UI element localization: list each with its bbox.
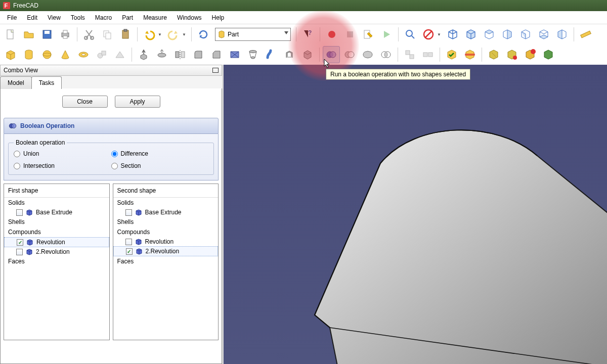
view-left-button[interactable] <box>553 26 571 43</box>
mirror-button[interactable] <box>171 46 189 63</box>
save-button[interactable] <box>38 26 56 43</box>
macro-play-button[interactable] <box>378 26 395 43</box>
convert-to-solid-button[interactable] <box>540 46 557 63</box>
undo-button[interactable] <box>141 26 158 43</box>
workbench-selector[interactable]: Part <box>215 28 291 41</box>
loft-button[interactable] <box>244 46 262 63</box>
checkbox[interactable] <box>16 209 23 216</box>
checkbox[interactable] <box>125 239 132 245</box>
export-button[interactable] <box>503 46 521 63</box>
list-item[interactable]: Revolution <box>4 237 109 247</box>
view-iso-button[interactable] <box>444 26 461 43</box>
checkbox[interactable] <box>126 248 133 255</box>
apply-button[interactable]: Apply <box>115 96 160 108</box>
draw-style-button[interactable] <box>420 26 437 43</box>
check-geometry-button[interactable] <box>443 46 460 63</box>
close-button[interactable]: Close <box>62 96 108 108</box>
app-title: FreeCAD <box>13 2 38 9</box>
part-builder-button[interactable] <box>111 46 128 63</box>
view-bottom-button[interactable] <box>535 26 552 43</box>
refresh-button[interactable] <box>195 26 212 43</box>
print-button[interactable] <box>57 26 74 43</box>
view-front-button[interactable] <box>462 26 480 43</box>
menu-windows[interactable]: Windows <box>172 12 207 23</box>
union-bool-button[interactable] <box>359 46 376 63</box>
new-doc-button[interactable] <box>2 26 19 43</box>
toolbar-row-2: Run a boolean operation with two shapes … <box>0 44 607 65</box>
view-rear-button[interactable] <box>517 26 534 43</box>
compound-make-button[interactable] <box>401 46 418 63</box>
macro-record-button[interactable] <box>323 26 340 43</box>
redo-dropdown[interactable]: ▼ <box>183 26 188 43</box>
import-button[interactable] <box>485 46 502 63</box>
menu-view[interactable]: View <box>42 12 66 23</box>
part-torus-button[interactable] <box>75 46 92 63</box>
redo-button[interactable] <box>165 26 182 43</box>
part-cone-button[interactable] <box>57 46 74 63</box>
list-item[interactable]: Base Extrude <box>4 208 109 217</box>
3d-viewport[interactable] <box>224 65 607 364</box>
first-shape-list[interactable]: First shape Solids Base Extrude Shells C… <box>4 184 110 340</box>
intersect-bool-button[interactable] <box>377 46 395 63</box>
view-right-button[interactable] <box>499 26 516 43</box>
menu-file[interactable]: File <box>2 12 22 23</box>
menu-measure[interactable]: Measure <box>138 12 172 23</box>
cut-bool-button[interactable] <box>341 46 358 63</box>
compound-split-button[interactable] <box>419 46 437 63</box>
undo-dropdown[interactable]: ▼ <box>159 26 164 43</box>
list-item[interactable]: 2.Revolution <box>113 246 219 256</box>
sweep-button[interactable] <box>263 46 280 63</box>
view-top-button[interactable] <box>481 26 498 43</box>
svg-point-47 <box>12 124 16 128</box>
draw-style-dropdown[interactable]: ▼ <box>438 26 443 43</box>
revolve-button[interactable] <box>153 46 170 63</box>
radio-intersection[interactable]: Intersection <box>14 162 111 169</box>
svg-rect-4 <box>45 31 50 34</box>
svg-rect-7 <box>63 36 67 38</box>
open-doc-button[interactable] <box>20 26 37 43</box>
fit-all-button[interactable] <box>402 26 419 43</box>
menu-tools[interactable]: Tools <box>66 12 90 23</box>
fillet-button[interactable] <box>190 46 207 63</box>
copy-button[interactable] <box>99 26 116 43</box>
tab-tasks[interactable]: Tasks <box>31 76 62 89</box>
menu-macro[interactable]: Macro <box>90 12 117 23</box>
menu-edit[interactable]: Edit <box>22 12 42 23</box>
svg-rect-43 <box>465 54 475 56</box>
offset-button[interactable] <box>281 46 298 63</box>
task-header[interactable]: Boolean Operation <box>4 118 219 134</box>
extrude-button[interactable] <box>135 46 152 63</box>
part-sphere-button[interactable] <box>38 46 56 63</box>
list-item[interactable]: 2.Revolution <box>4 247 109 256</box>
chamfer-button[interactable] <box>208 46 225 63</box>
svg-rect-11 <box>106 33 111 39</box>
ruled-surface-button[interactable] <box>226 46 243 63</box>
part-box-button[interactable] <box>2 46 19 63</box>
part-primitives-button[interactable] <box>93 46 110 63</box>
macro-edit-button[interactable] <box>360 26 377 43</box>
radio-union[interactable]: Union <box>14 150 111 157</box>
second-shape-list[interactable]: Second shape Solids Base Extrude Shells … <box>113 184 219 340</box>
svg-point-34 <box>330 52 336 58</box>
menu-help[interactable]: Help <box>207 12 230 23</box>
list-item[interactable]: Revolution <box>113 237 219 246</box>
macro-stop-button[interactable] <box>341 26 359 43</box>
list-item[interactable]: Base Extrude <box>113 208 219 217</box>
cut-button[interactable] <box>80 26 98 43</box>
checkbox[interactable] <box>17 239 23 246</box>
radio-difference[interactable]: Difference <box>111 150 209 157</box>
whats-this-button[interactable]: ? <box>299 26 317 43</box>
shape-from-mesh-button[interactable] <box>522 46 539 63</box>
checkbox[interactable] <box>16 249 23 255</box>
paste-button[interactable] <box>117 26 134 43</box>
tab-model[interactable]: Model <box>0 76 32 89</box>
checkbox[interactable] <box>125 209 132 216</box>
thickness-button[interactable] <box>299 46 316 63</box>
menu-part[interactable]: Part <box>117 12 138 23</box>
dock-icon[interactable] <box>212 68 219 73</box>
cross-sections-button[interactable] <box>461 46 479 63</box>
measure-button[interactable] <box>577 26 594 43</box>
radio-section[interactable]: Section <box>111 162 209 169</box>
part-cylinder-button[interactable] <box>20 46 37 63</box>
workbench-label: Part <box>228 31 239 38</box>
